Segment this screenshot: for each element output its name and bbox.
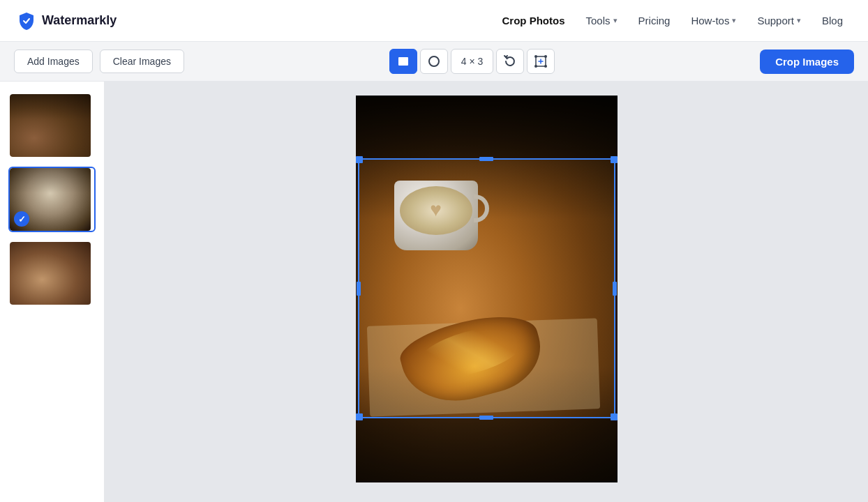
rect-icon	[397, 55, 410, 68]
canvas-area	[105, 82, 868, 502]
cup-handle	[474, 195, 489, 222]
sidebar: ✓	[0, 82, 105, 502]
nav-how-tos[interactable]: How-tos ▾	[682, 9, 744, 32]
support-chevron-icon: ▾	[797, 16, 801, 25]
latte-art	[400, 186, 472, 235]
clear-images-button[interactable]: Clear Images	[100, 50, 184, 73]
toolbar-right: Crop Images	[760, 50, 854, 74]
shape-rect-button[interactable]	[389, 49, 417, 74]
thumbnail-3-image	[10, 242, 91, 305]
transform-icon	[534, 54, 548, 68]
rotate-button[interactable]	[496, 49, 524, 74]
nav-tools[interactable]: Tools ▾	[578, 9, 626, 32]
shield-icon	[17, 11, 36, 31]
toolbar-left: Add Images Clear Images	[14, 50, 184, 73]
thumbnail-2[interactable]: ✓	[8, 167, 96, 232]
nav-crop-photos[interactable]: Crop Photos	[494, 9, 574, 32]
circle-icon	[428, 55, 440, 68]
photo-background	[356, 96, 618, 482]
svg-point-5	[544, 65, 547, 68]
svg-point-6	[534, 65, 537, 68]
nav-blog[interactable]: Blog	[814, 9, 851, 32]
svg-point-1	[429, 56, 439, 66]
shape-circle-button[interactable]	[420, 49, 448, 74]
thumbnail-1[interactable]	[8, 93, 96, 158]
svg-point-4	[544, 55, 547, 58]
add-images-button[interactable]: Add Images	[14, 50, 93, 73]
crop-images-button[interactable]: Crop Images	[760, 50, 854, 74]
svg-point-3	[534, 55, 537, 58]
navbar: Watermarkly Crop Photos Tools ▾ Pricing …	[0, 0, 868, 42]
nav-support[interactable]: Support ▾	[749, 9, 809, 32]
photo-container[interactable]	[356, 96, 618, 482]
coffee-cup	[387, 181, 485, 271]
cup-body	[394, 181, 478, 250]
nav-pricing[interactable]: Pricing	[630, 9, 679, 32]
toolbar-center: 4 × 3	[193, 49, 751, 74]
app-name: Watermarkly	[42, 13, 117, 28]
transform-button[interactable]	[527, 49, 555, 74]
thumbnail-3[interactable]	[8, 241, 96, 306]
aspect-ratio-button[interactable]: 4 × 3	[451, 49, 494, 74]
tools-chevron-icon: ▾	[613, 16, 618, 25]
nav-links: Crop Photos Tools ▾ Pricing How-tos ▾ Su…	[494, 9, 851, 32]
how-tos-chevron-icon: ▾	[732, 16, 736, 25]
toolbar: Add Images Clear Images 4 × 3	[0, 42, 868, 82]
app-logo[interactable]: Watermarkly	[17, 11, 117, 31]
rotate-icon	[503, 54, 517, 68]
thumbnail-1-image	[10, 94, 91, 157]
svg-rect-0	[398, 57, 408, 66]
thumbnail-2-check: ✓	[14, 211, 29, 227]
main-layout: ✓	[0, 82, 868, 502]
